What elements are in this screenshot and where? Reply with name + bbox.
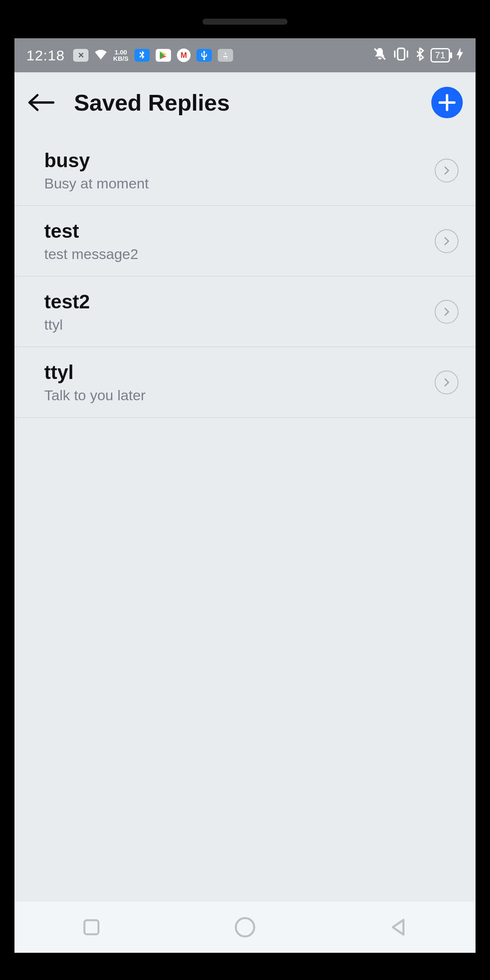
status-left: 12:18 ✕ 1.00 KB/S M (26, 47, 233, 64)
bluetooth-app-icon (134, 49, 150, 62)
network-speed-value: 1.00 (114, 49, 127, 55)
add-reply-button[interactable] (431, 87, 463, 118)
speaker-grille (202, 19, 288, 25)
page-title: Saved Replies (74, 89, 230, 116)
chevron-right-icon (435, 229, 459, 253)
reply-subtitle: Talk to you later (44, 387, 145, 404)
nav-home-button[interactable] (233, 915, 257, 939)
svg-rect-1 (397, 48, 404, 60)
status-right: 71 (373, 47, 464, 64)
bluetooth-icon (415, 47, 424, 64)
svg-point-5 (236, 918, 254, 936)
chevron-right-icon (435, 300, 459, 324)
system-nav-bar (14, 902, 476, 953)
back-button[interactable] (27, 92, 57, 113)
reply-row[interactable]: busy Busy at moment (14, 135, 476, 206)
gmail-icon: M (177, 48, 191, 62)
chevron-right-icon (435, 370, 459, 394)
battery-level: 71 (435, 50, 445, 60)
app-store-icon (218, 49, 233, 62)
nav-back-button[interactable] (387, 915, 410, 939)
status-bar: 12:18 ✕ 1.00 KB/S M (14, 38, 476, 72)
reply-row[interactable]: test test message2 (14, 206, 476, 276)
screen: 12:18 ✕ 1.00 KB/S M (14, 38, 476, 953)
reply-title: busy (44, 149, 149, 172)
network-speed-unit: KB/S (113, 55, 128, 62)
mute-icon (373, 47, 387, 64)
vibrate-icon (393, 47, 409, 64)
battery-indicator: 71 (430, 48, 450, 63)
reply-subtitle: test message2 (44, 246, 138, 262)
page-header: Saved Replies (14, 72, 476, 135)
play-store-icon (156, 49, 171, 62)
sim-off-icon: ✕ (73, 49, 88, 62)
wifi-icon (94, 48, 107, 63)
reply-row[interactable]: test2 ttyl (14, 276, 476, 347)
reply-title: test2 (44, 290, 90, 313)
charging-icon (456, 48, 464, 63)
reply-subtitle: ttyl (44, 316, 90, 333)
svg-rect-4 (84, 920, 98, 934)
replies-list: busy Busy at moment test test message2 (14, 135, 476, 418)
reply-title: test (44, 219, 138, 242)
nav-recent-button[interactable] (80, 915, 103, 939)
status-time: 12:18 (26, 47, 65, 64)
reply-row[interactable]: ttyl Talk to you later (14, 347, 476, 418)
chevron-right-icon (435, 159, 459, 182)
usb-icon (197, 49, 212, 62)
reply-title: ttyl (44, 361, 145, 384)
device-frame: 12:18 ✕ 1.00 KB/S M (0, 0, 490, 980)
network-speed: 1.00 KB/S (113, 49, 128, 62)
reply-subtitle: Busy at moment (44, 175, 149, 192)
